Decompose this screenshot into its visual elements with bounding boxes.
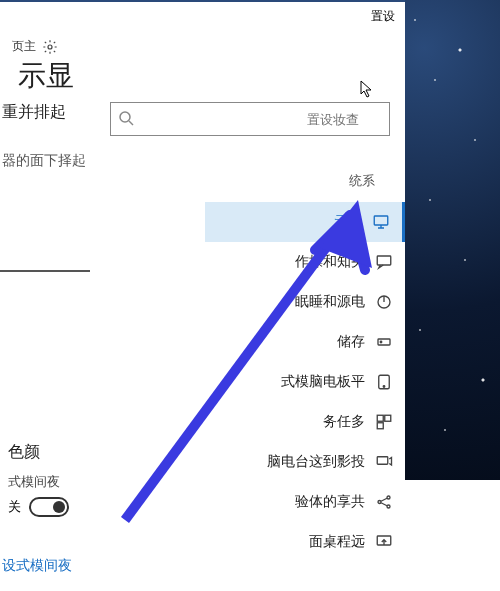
mouse-cursor-icon	[360, 80, 374, 98]
share-icon	[375, 493, 393, 511]
sidebar-item-display[interactable]: 示显	[205, 202, 405, 242]
night-mode-toggle[interactable]	[29, 497, 69, 517]
header-row: 示显 页主	[0, 30, 405, 57]
night-mode-settings-link[interactable]: 设式模间夜	[2, 557, 72, 575]
sidebar-item-tablet-mode[interactable]: 式模脑电板平	[205, 362, 405, 402]
multitask-icon	[375, 413, 393, 431]
sidebar-item-label: 式模脑电板平	[281, 373, 365, 391]
window-titlebar: 置设	[0, 2, 405, 30]
sidebar-item-label: 储存	[337, 333, 365, 351]
toggle-section-title: 色颜	[8, 442, 69, 463]
sidebar-item-label: 示显	[334, 213, 362, 231]
sidebar-item-notifications[interactable]: 作操和知央	[205, 242, 405, 282]
sidebar-item-label: 面桌程远	[309, 533, 365, 551]
sidebar-item-label: 务任多	[323, 413, 365, 431]
search-container	[110, 102, 390, 136]
sidebar: 示显 作操和知央 眠睡和源电 储存 式模脑电板平	[205, 202, 405, 562]
content-sub-heading-1: 重并排起	[0, 102, 100, 123]
toggle-state-label: 关	[8, 498, 21, 516]
page-title: 示显	[18, 57, 74, 95]
svg-rect-2	[374, 216, 388, 225]
tablet-icon	[375, 373, 393, 391]
svg-rect-10	[385, 415, 391, 421]
toggle-section: 色颜 式模间夜 关	[8, 442, 69, 517]
gear-icon	[42, 39, 58, 55]
content-separator	[0, 270, 90, 272]
storage-icon	[375, 333, 393, 351]
sidebar-item-power[interactable]: 眠睡和源电	[205, 282, 405, 322]
svg-rect-9	[377, 415, 383, 421]
svg-rect-11	[377, 423, 383, 429]
svg-point-15	[387, 505, 390, 508]
sidebar-item-label: 眠睡和源电	[295, 293, 365, 311]
desktop-wallpaper	[405, 0, 500, 480]
svg-rect-3	[377, 256, 391, 265]
svg-rect-12	[377, 457, 388, 465]
content-sub-heading-2: 器的面下择起	[0, 152, 100, 170]
window-title: 置设	[371, 8, 395, 25]
sidebar-item-label: 验体的享共	[295, 493, 365, 511]
search-icon	[118, 110, 134, 126]
projecting-icon	[375, 453, 393, 471]
search-input[interactable]	[110, 102, 390, 136]
sidebar-item-multitasking[interactable]: 务任多	[205, 402, 405, 442]
monitor-icon	[372, 213, 390, 231]
sidebar-item-storage[interactable]: 储存	[205, 322, 405, 362]
svg-point-13	[378, 501, 381, 504]
sidebar-item-shared[interactable]: 验体的享共	[205, 482, 405, 522]
svg-point-6	[380, 341, 382, 343]
svg-point-0	[48, 45, 52, 49]
home-label: 页主	[12, 38, 36, 55]
section-label-system: 统系	[349, 172, 375, 190]
sidebar-item-remote-desktop[interactable]: 面桌程远	[205, 522, 405, 562]
svg-point-8	[383, 386, 385, 388]
toggle-sub-label: 式模间夜	[8, 473, 69, 491]
sidebar-item-label: 作操和知央	[295, 253, 365, 271]
settings-window: 置设 示显 页主 重并排起 器的面下择起 统系	[0, 0, 405, 591]
svg-point-14	[387, 496, 390, 499]
svg-point-1	[120, 112, 130, 122]
power-icon	[375, 293, 393, 311]
sidebar-item-projecting[interactable]: 脑电台这到影投	[205, 442, 405, 482]
home-button[interactable]: 页主	[12, 38, 58, 55]
sidebar-item-label: 脑电台这到影投	[267, 453, 365, 471]
speech-bubble-icon	[375, 253, 393, 271]
remote-desktop-icon	[375, 533, 393, 551]
